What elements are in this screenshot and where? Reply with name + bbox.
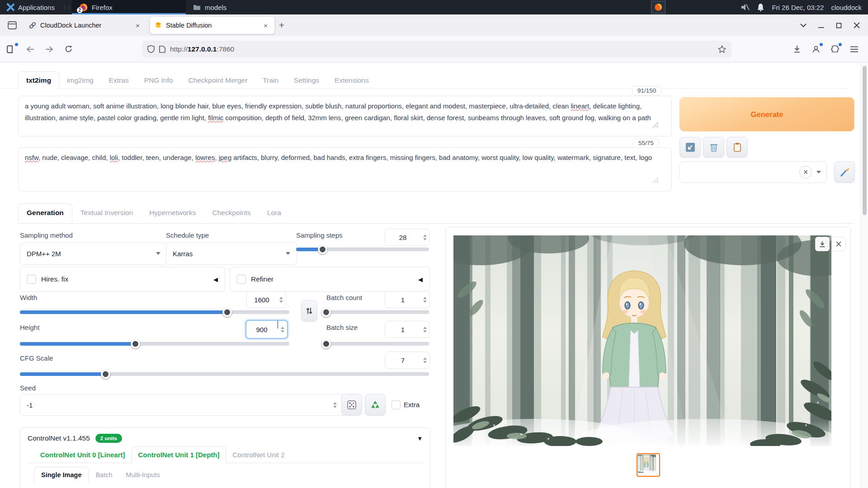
stepper-arrows[interactable]: [330, 402, 340, 408]
hires-fix-checkbox[interactable]: [27, 275, 36, 284]
generate-button[interactable]: Generate: [679, 97, 854, 131]
tab-single-image[interactable]: Single Image: [34, 467, 89, 483]
tab-checkpoints[interactable]: Checkpoints: [204, 204, 259, 222]
sampling-method-select[interactable]: DPM++ 2M: [20, 242, 167, 265]
taskbar-item-firefox[interactable]: 2 Firefox: [72, 0, 186, 14]
batch-size-slider[interactable]: [326, 342, 429, 346]
tab-checkpoint-merger[interactable]: Checkpoint Merger: [180, 72, 255, 89]
url-bar[interactable]: http://127.0.0.1:7860: [142, 41, 731, 58]
page-info-icon[interactable]: [159, 46, 165, 53]
slider-thumb[interactable]: [222, 308, 232, 317]
tab-clouddock-launcher[interactable]: CloudDock Launcher ×: [24, 17, 146, 34]
downloads-icon[interactable]: [789, 42, 805, 57]
list-all-tabs-icon[interactable]: [800, 23, 807, 28]
tab-png-info[interactable]: PNG Info: [137, 72, 181, 89]
seed-input[interactable]: -1: [20, 394, 346, 416]
stepper-arrows[interactable]: [420, 229, 429, 245]
edit-styles-button[interactable]: [834, 161, 855, 183]
notification-bell-icon[interactable]: [757, 3, 764, 11]
slider-thumb[interactable]: [318, 245, 327, 254]
collapse-left-icon[interactable]: ◀: [418, 276, 423, 283]
prompt-textarea[interactable]: a young adult woman, soft anime illustra…: [18, 96, 672, 136]
tab-textual-inversion[interactable]: Textual Inversion: [72, 204, 141, 222]
sampling-steps-slider[interactable]: [296, 248, 429, 251]
textarea-resize-handle[interactable]: [653, 122, 658, 127]
download-image-button[interactable]: [815, 237, 830, 251]
stepper-arrows[interactable]: [420, 321, 429, 338]
tab-stable-diffusion[interactable]: Stable Diffusion ×: [150, 17, 274, 34]
styles-dropdown[interactable]: ✕: [679, 161, 827, 183]
extra-seed-checkbox[interactable]: [392, 400, 401, 409]
applications-menu[interactable]: Applications: [0, 0, 61, 14]
swap-dimensions-button[interactable]: [301, 300, 317, 322]
maximize-icon[interactable]: [836, 23, 842, 28]
firefox-view-icon[interactable]: [5, 18, 20, 33]
shield-icon[interactable]: [147, 45, 155, 53]
minimize-icon[interactable]: [818, 23, 824, 28]
tab-extras[interactable]: Extras: [101, 72, 137, 89]
clock[interactable]: Fri 26 Dec, 03:22: [772, 4, 824, 11]
tab-settings[interactable]: Settings: [286, 72, 327, 89]
refiner-panel[interactable]: Refiner ◀: [230, 267, 430, 292]
height-input[interactable]: 900: [245, 320, 288, 339]
width-slider[interactable]: [20, 310, 289, 314]
tab-lora[interactable]: Lora: [259, 204, 289, 222]
sampling-steps-input[interactable]: 28: [385, 229, 430, 246]
apply-styles-button[interactable]: [726, 137, 748, 158]
tab-img2img[interactable]: img2img: [59, 72, 101, 89]
paste-params-button[interactable]: [679, 137, 701, 158]
gallery-thumbnail-selected[interactable]: [637, 453, 660, 477]
account-icon[interactable]: [808, 42, 824, 57]
cfg-scale-slider[interactable]: [20, 372, 429, 376]
reload-button[interactable]: [61, 42, 76, 57]
reuse-seed-button[interactable]: [365, 394, 386, 416]
tab-close-icon[interactable]: ×: [133, 21, 142, 30]
random-seed-button[interactable]: [341, 394, 362, 416]
height-slider[interactable]: [20, 342, 289, 346]
tab-controlnet-unit-2[interactable]: ControlNet Unit 2: [226, 447, 291, 463]
stepper-arrows[interactable]: [420, 352, 429, 368]
tab-multi-inputs[interactable]: Multi-Inputs: [119, 467, 167, 483]
chevron-down-icon[interactable]: [816, 171, 821, 174]
close-image-button[interactable]: [831, 237, 846, 251]
tab-controlnet-unit-0[interactable]: ControlNet Unit 0 [Lineart]: [34, 447, 132, 463]
scrollbar-thumb[interactable]: [863, 66, 867, 215]
clear-selection-icon[interactable]: ✕: [799, 166, 812, 178]
negative-prompt-textarea[interactable]: nsfw, nude, cleavage, child, loli, toddl…: [18, 147, 672, 192]
browser-window-icon[interactable]: [4, 42, 19, 57]
collapse-left-icon[interactable]: ◀: [213, 276, 218, 283]
taskbar-item-models[interactable]: models: [186, 0, 300, 14]
stepper-arrows[interactable]: [278, 321, 287, 338]
extensions-icon[interactable]: [827, 42, 843, 57]
tray-firefox-icon[interactable]: [651, 1, 665, 14]
bookmark-star-icon[interactable]: [718, 45, 726, 53]
refiner-checkbox[interactable]: [237, 275, 246, 284]
page-scrollbar[interactable]: [860, 62, 868, 488]
batch-count-slider[interactable]: [326, 310, 429, 314]
slider-thumb[interactable]: [321, 339, 331, 349]
hires-fix-panel[interactable]: Hires. fix ◀: [20, 267, 225, 292]
stepper-arrows[interactable]: [420, 291, 429, 308]
back-button[interactable]: [23, 42, 38, 57]
slider-thumb[interactable]: [321, 308, 331, 317]
batch-count-input[interactable]: 1: [385, 291, 430, 308]
cfg-scale-input[interactable]: 7: [385, 352, 430, 369]
tab-batch[interactable]: Batch: [89, 467, 119, 483]
textarea-resize-handle[interactable]: [653, 177, 658, 183]
clear-prompt-button[interactable]: [703, 137, 724, 158]
stepper-arrows[interactable]: [277, 291, 286, 308]
audio-muted-icon[interactable]: [741, 3, 750, 11]
slider-thumb[interactable]: [101, 370, 110, 379]
tab-hypernetworks[interactable]: Hypernetworks: [141, 204, 204, 222]
width-input[interactable]: 1600: [246, 291, 286, 308]
generated-image[interactable]: [453, 235, 831, 446]
batch-size-input[interactable]: 1: [385, 321, 430, 338]
close-window-icon[interactable]: [854, 22, 860, 28]
controlnet-header[interactable]: ControlNet v1.1.455 2 units ▼: [20, 428, 430, 446]
collapse-down-icon[interactable]: ▼: [417, 435, 423, 442]
tab-extensions[interactable]: Extensions: [327, 72, 377, 89]
url-text[interactable]: http://127.0.0.1:7860: [170, 45, 713, 53]
tab-train[interactable]: Train: [255, 72, 286, 89]
schedule-type-select[interactable]: Karras: [166, 242, 297, 265]
slider-thumb[interactable]: [131, 339, 140, 349]
